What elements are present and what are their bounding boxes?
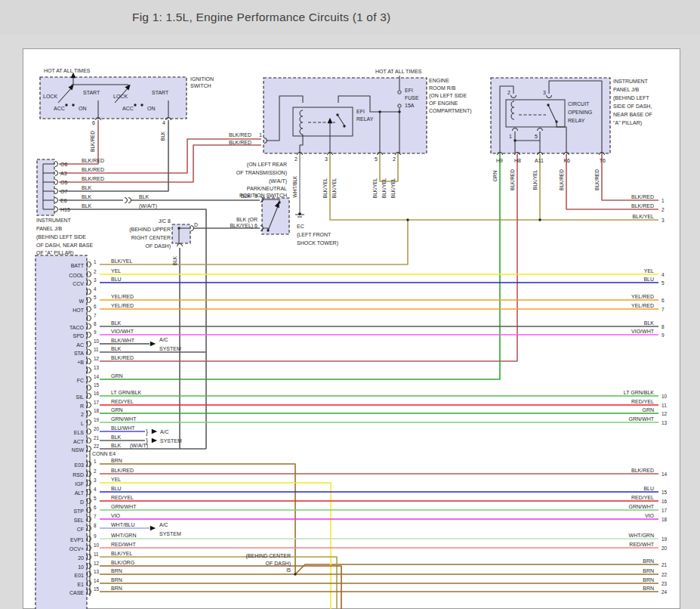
diagram-label: O6 bbox=[60, 162, 67, 167]
pin-name-label: W bbox=[79, 298, 84, 304]
diagram-label: CONN E4 bbox=[92, 451, 116, 456]
wire-color-label: RED/WHT bbox=[629, 542, 654, 547]
pin-arc bbox=[55, 207, 58, 212]
connector-pin-arc bbox=[88, 272, 91, 277]
diagram-label: D bbox=[194, 222, 198, 227]
junction-dot bbox=[134, 104, 136, 106]
diagram-label: BLK bbox=[82, 194, 92, 199]
diagram-label: ROOM R/B bbox=[429, 85, 456, 91]
diagram-label: (ON LEFT SIDE bbox=[429, 93, 467, 99]
diagram-label: SWITCH bbox=[190, 83, 211, 88]
diagram-label: A/C bbox=[159, 522, 168, 527]
pin-arc bbox=[177, 244, 183, 247]
wire-color-label: BLK/RED bbox=[631, 468, 654, 473]
diagram-label: PANEL J/B bbox=[613, 87, 640, 92]
wire-color-label: YEL bbox=[644, 268, 654, 274]
pin-number-label: 17 bbox=[94, 400, 100, 405]
wire-color-label: BLK/YEL bbox=[372, 178, 378, 198]
wire-ref-number: 20 bbox=[661, 546, 668, 551]
wire-color-label: BRN bbox=[111, 577, 122, 583]
wire-color-label: BLK/RED bbox=[631, 194, 654, 199]
junction-dot bbox=[336, 113, 338, 116]
wire-color-label: VIO/WHT bbox=[631, 329, 655, 334]
wire-color-label: VIO/WHT bbox=[111, 329, 134, 334]
pin-number-label: 14 bbox=[94, 374, 100, 379]
diagram-label: OPENING bbox=[568, 110, 592, 115]
junction-dot bbox=[294, 573, 296, 575]
pin-name-label: HOT bbox=[72, 308, 85, 313]
diagram-label: ACC bbox=[122, 106, 134, 111]
diagram-label: 3 bbox=[325, 156, 328, 162]
wire-color-label: BRN bbox=[643, 577, 654, 583]
wire-color-label: RED/YEL bbox=[111, 399, 134, 404]
diagram-label: 3 bbox=[543, 90, 546, 95]
junction-dot bbox=[298, 212, 301, 215]
wire-color-label: BLK/RED bbox=[90, 131, 95, 152]
diagram-label: BLK/RED bbox=[229, 140, 251, 145]
pin-number-label: 8 bbox=[94, 523, 97, 528]
wire-blk-red bbox=[100, 154, 517, 361]
wire-color-label: YEL bbox=[111, 268, 121, 274]
pin-name-label: BATT bbox=[71, 263, 85, 268]
pin-number-label: 12 bbox=[94, 561, 100, 566]
wire-color-label: GRN/WHT bbox=[111, 504, 137, 509]
wire-ref-number: 22 bbox=[661, 572, 668, 577]
diagram-label: START bbox=[152, 90, 169, 95]
diagram-label: "A" PILLAR) bbox=[613, 120, 642, 126]
diagram-label: (BEHIND LEFT bbox=[613, 95, 650, 101]
wire-color-label: GRN bbox=[642, 407, 654, 413]
pin-arc bbox=[55, 180, 58, 185]
pin-name-label: 2 bbox=[81, 412, 84, 417]
wire-blk-org bbox=[100, 566, 341, 609]
diagram-label: I5 bbox=[286, 567, 291, 573]
pin-name-label: OCV+ bbox=[69, 546, 84, 552]
pin-arc bbox=[125, 198, 128, 203]
diagram-label: J/C 8 bbox=[159, 218, 171, 224]
pin-number-label: 7 bbox=[94, 313, 97, 318]
arrowhead bbox=[150, 526, 156, 531]
pin-name-label: ELS bbox=[74, 430, 85, 435]
diagram-label: BLK bbox=[82, 185, 92, 190]
pin-number-label: 10 bbox=[94, 543, 100, 548]
diagram-label: (ON LEFT REAR bbox=[247, 162, 287, 168]
pin-name-label: CASE bbox=[69, 590, 84, 595]
wire-color-label: RED/YEL bbox=[111, 495, 134, 500]
diagram-label: INSTRUMENT bbox=[613, 79, 649, 84]
diagram-label: HOT AT ALL TIMES bbox=[375, 69, 422, 74]
wire-ref-number: 19 bbox=[661, 536, 668, 542]
connector-pin-arc bbox=[88, 394, 91, 399]
pin-name-label: COOL bbox=[69, 273, 84, 278]
wire-ref-number: 17 bbox=[661, 508, 668, 513]
diagram-label: 1 bbox=[509, 134, 512, 139]
wire-ref-number: 16 bbox=[661, 499, 668, 504]
diagram-label: (W/A/T) bbox=[139, 203, 157, 209]
junction-dot bbox=[547, 104, 549, 106]
diagram-label: COMPARTMENT) bbox=[429, 108, 472, 114]
pin-name-label: SEL bbox=[74, 518, 84, 523]
connector-pin-arc bbox=[88, 298, 91, 303]
connector-pin-arc bbox=[88, 429, 91, 434]
wire-ref-number: 9 bbox=[661, 332, 665, 338]
wire-blk-red bbox=[566, 154, 658, 209]
wires-layer bbox=[43, 75, 658, 609]
wire-color-label: BLK bbox=[111, 434, 122, 440]
diagram-label: EFI bbox=[405, 88, 413, 93]
diagram-label: START bbox=[83, 90, 100, 95]
junction-dot bbox=[378, 110, 381, 113]
wire-color-label: LT GRN/BLK bbox=[111, 390, 142, 395]
wire-ref-number: 7 bbox=[661, 307, 665, 312]
wire-color-label: BLK bbox=[111, 320, 122, 326]
wire-color-label: YEL/RED bbox=[631, 303, 654, 308]
circuit-opening-relay-box bbox=[506, 100, 565, 127]
pin-name-label: ALT bbox=[75, 490, 85, 496]
pin-name-label: TACO bbox=[69, 325, 84, 330]
wire-ref-number: 10 bbox=[661, 394, 668, 399]
boxes-layer bbox=[35, 77, 610, 609]
diagram-label: RELAY bbox=[568, 118, 585, 123]
diagram-label: SHOCK TOWER) bbox=[297, 240, 338, 246]
diagram-label: (BEHIND LEFT SIDE bbox=[36, 234, 86, 240]
pin-number-label: 15 bbox=[94, 382, 100, 388]
diagram-label: HOT AT ALL TIMES bbox=[44, 68, 91, 73]
pin-name-label: 20 bbox=[78, 555, 84, 561]
diagram-label: INSTRUMENT bbox=[36, 218, 72, 223]
